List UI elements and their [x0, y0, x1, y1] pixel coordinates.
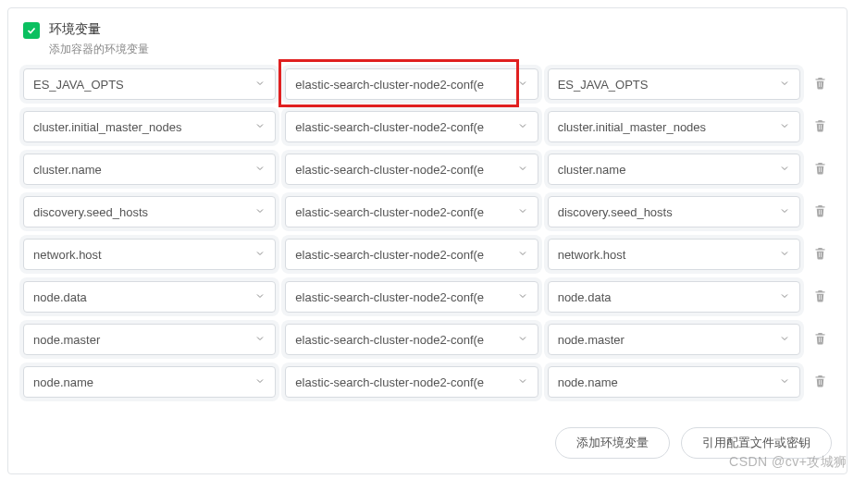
chevron-down-icon	[779, 375, 790, 389]
env-row: node.masterelastic-search-cluster-node2-…	[23, 324, 832, 355]
trash-icon	[813, 203, 827, 220]
panel-footer: 添加环境变量 引用配置文件或密钥	[8, 420, 847, 473]
chevron-down-icon	[779, 205, 790, 219]
delete-row-button[interactable]	[810, 76, 832, 92]
env-key-select-text: cluster.initial_master_nodes	[33, 120, 254, 134]
chevron-down-icon	[254, 375, 266, 389]
env-value-select-text: ES_JAVA_OPTS	[558, 78, 779, 92]
chevron-down-icon	[254, 205, 266, 219]
env-source-select[interactable]: elastic-search-cluster-node2-conf(e	[285, 111, 538, 142]
env-source-select-text: elastic-search-cluster-node2-conf(e	[295, 120, 516, 134]
env-value-select-text: node.data	[558, 290, 779, 304]
env-key-select[interactable]: node.master	[23, 324, 276, 355]
trash-icon	[813, 289, 827, 305]
env-row: network.hostelastic-search-cluster-node2…	[23, 239, 832, 270]
import-config-button[interactable]: 引用配置文件或密钥	[681, 427, 832, 459]
chevron-down-icon	[254, 248, 266, 262]
delete-row-button[interactable]	[810, 118, 832, 135]
env-value-select-text: node.name	[558, 375, 779, 389]
env-var-panel: 环境变量 添加容器的环境变量 ES_JAVA_OPTSelastic-searc…	[7, 7, 847, 474]
delete-row-button[interactable]	[810, 289, 832, 305]
chevron-down-icon	[517, 205, 528, 219]
env-source-select-text: elastic-search-cluster-node2-conf(e	[295, 163, 516, 177]
env-value-select-text: cluster.initial_master_nodes	[558, 120, 779, 134]
chevron-down-icon	[779, 120, 790, 134]
chevron-down-icon	[254, 163, 266, 177]
env-source-select-text: elastic-search-cluster-node2-conf(e	[295, 205, 516, 219]
env-value-select[interactable]: node.master	[548, 324, 800, 355]
add-env-button[interactable]: 添加环境变量	[555, 427, 670, 459]
chevron-down-icon	[517, 375, 528, 389]
delete-row-button[interactable]	[810, 161, 832, 178]
env-value-select[interactable]: network.host	[548, 239, 800, 270]
chevron-down-icon	[254, 120, 266, 134]
env-row: cluster.nameelastic-search-cluster-node2…	[23, 154, 832, 185]
panel-subtitle: 添加容器的环境变量	[49, 42, 149, 57]
check-icon	[23, 22, 40, 39]
chevron-down-icon	[517, 333, 528, 347]
trash-icon	[813, 331, 827, 348]
chevron-down-icon	[779, 248, 790, 262]
env-source-select-text: elastic-search-cluster-node2-conf(e	[295, 78, 516, 92]
chevron-down-icon	[254, 290, 266, 304]
delete-row-button[interactable]	[810, 374, 832, 390]
env-key-select-text: node.name	[33, 375, 254, 389]
env-value-select[interactable]: discovery.seed_hosts	[548, 196, 800, 227]
env-source-select-text: elastic-search-cluster-node2-conf(e	[295, 248, 516, 262]
trash-icon	[813, 374, 827, 390]
env-key-select-text: network.host	[33, 248, 254, 262]
env-rows: ES_JAVA_OPTSelastic-search-cluster-node2…	[8, 68, 847, 420]
env-source-select[interactable]: elastic-search-cluster-node2-conf(e	[285, 239, 538, 270]
env-key-select[interactable]: cluster.initial_master_nodes	[23, 111, 276, 142]
env-source-select[interactable]: elastic-search-cluster-node2-conf(e	[285, 324, 538, 355]
chevron-down-icon	[779, 78, 790, 92]
env-key-select[interactable]: network.host	[23, 239, 276, 270]
chevron-down-icon	[779, 290, 790, 304]
trash-icon	[813, 161, 827, 178]
env-row: node.dataelastic-search-cluster-node2-co…	[23, 281, 832, 313]
trash-icon	[813, 118, 827, 135]
chevron-down-icon	[254, 333, 266, 347]
env-value-select[interactable]: cluster.name	[548, 154, 800, 185]
env-key-select[interactable]: node.data	[23, 281, 276, 313]
chevron-down-icon	[517, 120, 528, 134]
env-source-select[interactable]: elastic-search-cluster-node2-conf(e	[285, 68, 538, 100]
chevron-down-icon	[779, 333, 790, 347]
env-source-select-text: elastic-search-cluster-node2-conf(e	[295, 333, 516, 347]
env-source-select[interactable]: elastic-search-cluster-node2-conf(e	[285, 281, 538, 313]
env-key-select[interactable]: cluster.name	[23, 154, 276, 185]
env-source-select[interactable]: elastic-search-cluster-node2-conf(e	[285, 366, 538, 398]
env-key-select-text: cluster.name	[33, 163, 254, 177]
env-value-select-text: discovery.seed_hosts	[558, 205, 779, 219]
env-key-select[interactable]: ES_JAVA_OPTS	[23, 68, 276, 100]
env-value-select[interactable]: node.data	[548, 281, 800, 313]
env-value-select[interactable]: cluster.initial_master_nodes	[548, 111, 800, 142]
chevron-down-icon	[254, 78, 266, 92]
env-value-select[interactable]: node.name	[548, 366, 800, 398]
delete-row-button[interactable]	[810, 203, 832, 220]
env-row: node.nameelastic-search-cluster-node2-co…	[23, 366, 832, 398]
env-source-select[interactable]: elastic-search-cluster-node2-conf(e	[285, 154, 538, 185]
delete-row-button[interactable]	[810, 246, 832, 263]
panel-header: 环境变量 添加容器的环境变量	[8, 8, 847, 68]
env-source-select-text: elastic-search-cluster-node2-conf(e	[295, 375, 516, 389]
chevron-down-icon	[517, 78, 528, 92]
env-key-select[interactable]: node.name	[23, 366, 276, 398]
env-row: discovery.seed_hostselastic-search-clust…	[23, 196, 832, 227]
env-row: cluster.initial_master_nodeselastic-sear…	[23, 111, 832, 142]
env-key-select[interactable]: discovery.seed_hosts	[23, 196, 276, 227]
delete-row-button[interactable]	[810, 331, 832, 348]
env-key-select-text: node.data	[33, 290, 254, 304]
env-source-select[interactable]: elastic-search-cluster-node2-conf(e	[285, 196, 538, 227]
import-config-label: 引用配置文件或密钥	[702, 435, 810, 451]
env-key-select-text: ES_JAVA_OPTS	[33, 78, 254, 92]
env-key-select-text: node.master	[33, 333, 254, 347]
env-source-select-text: elastic-search-cluster-node2-conf(e	[295, 290, 516, 304]
env-value-select[interactable]: ES_JAVA_OPTS	[548, 68, 800, 100]
env-value-select-text: node.master	[558, 333, 779, 347]
chevron-down-icon	[517, 290, 528, 304]
chevron-down-icon	[517, 248, 528, 262]
env-value-select-text: network.host	[558, 248, 779, 262]
env-value-select-text: cluster.name	[558, 163, 779, 177]
panel-title: 环境变量	[49, 21, 149, 38]
